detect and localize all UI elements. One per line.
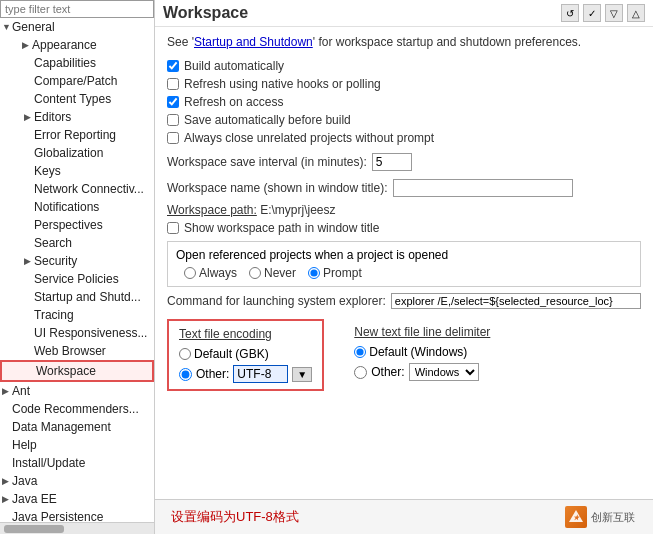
sidebar-label-ui-responsiveness: UI Responsiveness... <box>34 326 147 340</box>
sidebar-label-search: Search <box>34 236 72 250</box>
sidebar-label-java-ee: Java EE <box>12 492 57 506</box>
radio-never[interactable]: Never <box>249 266 296 280</box>
encoding-default-label: Default (GBK) <box>194 347 269 361</box>
sidebar-item-ant[interactable]: Ant <box>0 382 154 400</box>
text-encoding-box: Text file encoding Default (GBK) Other: … <box>167 319 324 391</box>
sidebar-label-workspace: Workspace <box>36 364 96 378</box>
sidebar-item-data-management[interactable]: Data Management <box>0 418 154 436</box>
radio-always-input[interactable] <box>184 267 196 279</box>
sidebar-item-tracing[interactable]: Tracing <box>0 306 154 324</box>
workspace-name-label: Workspace name (shown in window title): <box>167 181 388 195</box>
sidebar-item-service-policies[interactable]: Service Policies <box>0 270 154 288</box>
radio-always-label: Always <box>199 266 237 280</box>
save-interval-input[interactable] <box>372 153 412 171</box>
newline-other-row: Other: Windows Unix Mac OS X <box>354 363 494 381</box>
sidebar-item-help[interactable]: Help <box>0 436 154 454</box>
content-panel: Workspace ↺ ✓ ▽ △ See 'Startup and Shutd… <box>155 0 653 534</box>
sidebar-item-java-ee[interactable]: Java EE <box>0 490 154 508</box>
sidebar-item-keys[interactable]: Keys <box>0 162 154 180</box>
save-auto-label: Save automatically before build <box>184 113 351 127</box>
logo-area: ★ 创新互联 <box>565 506 645 528</box>
encoding-default-radio[interactable] <box>179 348 191 360</box>
build-auto-label: Build automatically <box>184 59 284 73</box>
description-suffix: ' for workspace startup and shutdown pre… <box>313 35 581 49</box>
radio-prompt-input[interactable] <box>308 267 320 279</box>
radio-never-input[interactable] <box>249 267 261 279</box>
arrow-icon-java <box>2 476 12 486</box>
sidebar-item-capabilities[interactable]: Capabilities <box>0 54 154 72</box>
radio-always[interactable]: Always <box>184 266 237 280</box>
encoding-default-row[interactable]: Default (GBK) <box>179 347 312 361</box>
sidebar-label-notifications: Notifications <box>34 200 99 214</box>
sidebar-item-general[interactable]: General <box>0 18 154 36</box>
radio-prompt-label: Prompt <box>323 266 362 280</box>
expand-button[interactable]: ▽ <box>605 4 623 22</box>
sidebar-item-ui-responsiveness[interactable]: UI Responsiveness... <box>0 324 154 342</box>
sidebar-label-security: Security <box>34 254 77 268</box>
filter-input[interactable] <box>0 0 154 18</box>
sidebar-item-workspace[interactable]: Workspace <box>0 360 154 382</box>
main-area: General Appearance Capabilities <box>0 0 653 534</box>
sidebar-item-globalization[interactable]: Globalization <box>0 144 154 162</box>
sidebar-label-install-update: Install/Update <box>12 456 85 470</box>
sidebar-label-appearance: Appearance <box>32 38 97 52</box>
open-referenced-label: Open referenced projects when a project … <box>176 248 632 262</box>
show-path-label: Show workspace path in window title <box>184 221 379 235</box>
sidebar-item-install-update[interactable]: Install/Update <box>0 454 154 472</box>
sidebar-item-compare-patch[interactable]: Compare/Patch <box>0 72 154 90</box>
sidebar-item-java-persistence[interactable]: Java Persistence <box>0 508 154 522</box>
newline-other-label: Other: <box>371 365 404 379</box>
refresh-native-label: Refresh using native hooks or polling <box>184 77 381 91</box>
show-path-checkbox[interactable] <box>167 222 179 234</box>
workspace-name-input[interactable] <box>393 179 573 197</box>
bottom-note: 设置编码为UTF-8格式 <box>163 504 307 530</box>
always-close-label: Always close unrelated projects without … <box>184 131 434 145</box>
description-prefix: See ' <box>167 35 194 49</box>
sidebar-item-error-reporting[interactable]: Error Reporting <box>0 126 154 144</box>
newline-select[interactable]: Windows Unix Mac OS X <box>409 363 479 381</box>
tree-container: General Appearance Capabilities <box>0 18 154 522</box>
sidebar: General Appearance Capabilities <box>0 0 155 534</box>
newline-default-label: Default (Windows) <box>369 345 467 359</box>
arrow-icon-security <box>24 256 34 266</box>
startup-shutdown-link[interactable]: Startup and Shutdown <box>194 35 313 49</box>
command-row: Command for launching system explorer: <box>167 293 641 309</box>
always-close-checkbox[interactable] <box>167 132 179 144</box>
sidebar-item-notifications[interactable]: Notifications <box>0 198 154 216</box>
encoding-other-input[interactable] <box>233 365 288 383</box>
newline-default-row[interactable]: Default (Windows) <box>354 345 494 359</box>
show-path-row: Show workspace path in window title <box>167 221 641 235</box>
refresh-access-checkbox[interactable] <box>167 96 179 108</box>
content-header: Workspace ↺ ✓ ▽ △ <box>155 0 653 27</box>
encoding-other-radio[interactable] <box>179 368 192 381</box>
header-icons: ↺ ✓ ▽ △ <box>561 4 645 22</box>
sidebar-item-code-recommenders[interactable]: Code Recommenders... <box>0 400 154 418</box>
newline-default-radio[interactable] <box>354 346 366 358</box>
refresh-native-checkbox[interactable] <box>167 78 179 90</box>
sidebar-item-search[interactable]: Search <box>0 234 154 252</box>
horizontal-scrollbar[interactable] <box>0 522 154 534</box>
sidebar-item-startup[interactable]: Startup and Shutd... <box>0 288 154 306</box>
sidebar-item-security[interactable]: Security <box>0 252 154 270</box>
encoding-dropdown-button[interactable]: ▼ <box>292 367 312 382</box>
save-auto-checkbox[interactable] <box>167 114 179 126</box>
sidebar-item-java[interactable]: Java <box>0 472 154 490</box>
chevron-up-button[interactable]: △ <box>627 4 645 22</box>
sidebar-item-appearance[interactable]: Appearance <box>0 36 154 54</box>
arrow-icon-ant <box>2 386 12 396</box>
build-auto-checkbox[interactable] <box>167 60 179 72</box>
sidebar-item-perspectives[interactable]: Perspectives <box>0 216 154 234</box>
newline-other-radio[interactable] <box>354 366 367 379</box>
restore-defaults-button[interactable]: ↺ <box>561 4 579 22</box>
sidebar-item-web-browser[interactable]: Web Browser <box>0 342 154 360</box>
radio-prompt[interactable]: Prompt <box>308 266 362 280</box>
command-input[interactable] <box>391 293 641 309</box>
radio-never-label: Never <box>264 266 296 280</box>
sidebar-label-tracing: Tracing <box>34 308 74 322</box>
sidebar-label-globalization: Globalization <box>34 146 103 160</box>
sidebar-item-editors[interactable]: Editors <box>0 108 154 126</box>
workspace-path-val: E:\myprj\jeesz <box>260 203 335 217</box>
sidebar-item-content-types[interactable]: Content Types <box>0 90 154 108</box>
sidebar-item-network[interactable]: Network Connectiv... <box>0 180 154 198</box>
apply-button[interactable]: ✓ <box>583 4 601 22</box>
